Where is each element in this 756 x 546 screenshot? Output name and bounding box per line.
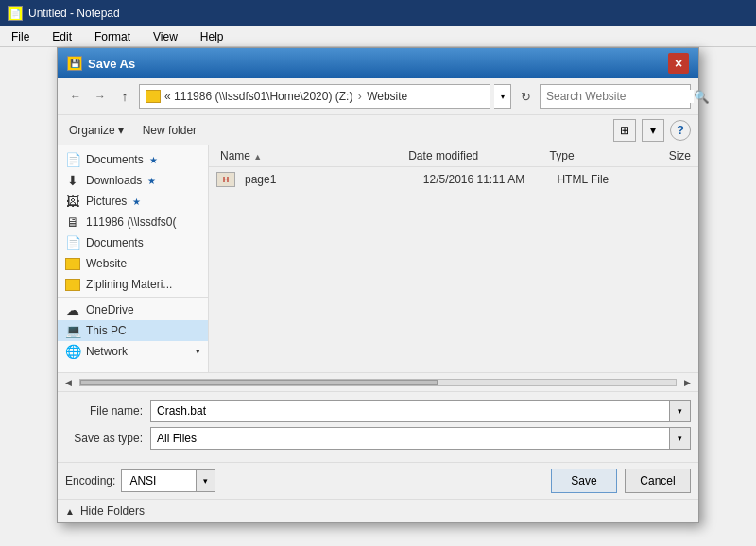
notepad-titlebar: 📄 Untitled - Notepad (0, 0, 756, 26)
forward-button[interactable]: → (90, 86, 111, 107)
dialog-title-icon: 💾 (67, 56, 82, 71)
menu-file[interactable]: File (8, 29, 33, 44)
website-folder-icon (65, 258, 80, 270)
nav-label-ziplining: Ziplining Materi... (86, 278, 172, 291)
dialog-actions: Encoding: ANSI ▾ Save Cancel (58, 462, 698, 499)
horizontal-scrollbar: ◀ ▶ (58, 372, 698, 391)
address-dropdown-button[interactable]: ▾ (494, 84, 511, 109)
menu-format[interactable]: Format (91, 29, 134, 44)
nav-label-website: Website (86, 257, 127, 270)
onedrive-icon: ☁ (65, 303, 80, 316)
network-icon: 🌐 (65, 345, 80, 358)
col-type[interactable]: Type (550, 149, 644, 162)
dialog-title-text: Save As (88, 57, 135, 71)
back-button[interactable]: ← (65, 86, 86, 107)
col-size[interactable]: Size (644, 149, 691, 162)
nav-item-network[interactable]: 🌐 Network ▾ (58, 341, 208, 362)
view-dropdown-button[interactable]: ▾ (642, 119, 664, 142)
folder-icon (146, 90, 161, 103)
notepad-icon: 📄 (8, 6, 23, 21)
hide-folders-row[interactable]: ▲ Hide Folders (58, 499, 698, 522)
path-separator-1: 111986 (\\lssdfs01\Home\2020) (Z:) (174, 90, 356, 103)
col-date[interactable]: Date modified (408, 149, 549, 162)
scroll-left-arrow[interactable]: ◀ (61, 378, 76, 387)
filename-input[interactable] (150, 400, 670, 422)
savetype-input[interactable] (150, 427, 670, 450)
dialog-close-button[interactable]: × (668, 53, 689, 74)
documents2-icon: 📄 (65, 236, 80, 249)
downloads-icon: ⬇ (65, 174, 80, 187)
cancel-button[interactable]: Cancel (625, 469, 691, 493)
scrollbar-thumb (80, 380, 438, 385)
col-name[interactable]: Name ▲ (216, 149, 408, 162)
nav-item-pictures[interactable]: 🖼 Pictures ★ (58, 191, 208, 212)
nav-item-website[interactable]: Website (58, 253, 208, 274)
new-folder-button[interactable]: New folder (139, 122, 200, 139)
search-box: 🔍 (540, 84, 691, 109)
notepad-title: Untitled - Notepad (28, 7, 120, 20)
organize-arrow: ▾ (118, 124, 124, 137)
nav-separator-1 (58, 297, 208, 298)
network-expand-arrow: ▾ (196, 347, 200, 356)
path-arrow: › (358, 90, 362, 103)
pin-icon-downloads: ★ (147, 176, 156, 186)
dialog-addressbar: ← → ↑ « 111986 (\\lssdfs01\Home\2020) (Z… (58, 78, 698, 115)
scroll-right-arrow[interactable]: ▶ (680, 378, 695, 387)
savetype-row: Save as type: ▾ (65, 427, 691, 450)
filename-row: File name: ▾ (65, 400, 691, 422)
search-input[interactable] (541, 90, 694, 103)
address-path-segments: « 111986 (\\lssdfs01\Home\2020) (Z:) › W… (164, 90, 407, 103)
organize-group: Organize ▾ (65, 122, 128, 139)
menu-view[interactable]: View (149, 29, 181, 44)
file-row-page1[interactable]: H page1 12/5/2016 11:11 AM HTML File (209, 167, 698, 192)
drive-icon: 🖥 (65, 215, 80, 229)
path-website: Website (367, 90, 407, 103)
nav-label-pictures: Pictures (86, 195, 127, 208)
menu-help[interactable]: Help (197, 29, 228, 44)
ziplining-folder-icon (65, 279, 80, 291)
documents-icon: 📄 (65, 153, 80, 166)
menu-edit[interactable]: Edit (48, 29, 76, 44)
address-path-box: « 111986 (\\lssdfs01\Home\2020) (Z:) › W… (139, 84, 490, 109)
view-toggle-button[interactable]: ⊞ (613, 119, 636, 142)
nav-label-drive: 111986 (\\lssdfs0( (86, 215, 176, 229)
savetype-dropdown-arrow[interactable]: ▾ (670, 427, 691, 450)
encoding-label: Encoding: (65, 474, 115, 487)
sort-arrow-name: ▲ (253, 152, 262, 162)
organize-button[interactable]: Organize ▾ (65, 122, 128, 139)
nav-label-documents2: Documents (86, 236, 144, 249)
encoding-area: Encoding: ANSI ▾ (65, 469, 215, 492)
nav-item-ziplining[interactable]: Ziplining Materi... (58, 274, 208, 295)
nav-item-thispc[interactable]: 💻 This PC (58, 320, 208, 341)
encoding-dropdown-button[interactable]: ▾ (197, 469, 215, 492)
nav-label-network: Network (86, 345, 128, 358)
refresh-button[interactable]: ↻ (515, 86, 536, 107)
pin-icon-documents: ★ (149, 155, 158, 165)
file-type-page1: HTML File (557, 173, 645, 186)
nav-item-drive[interactable]: 🖥 111986 (\\lssdfs0( (58, 212, 208, 232)
nav-sidebar: 📄 Documents ★ ⬇ Downloads ★ 🖼 Pictures ★… (58, 145, 209, 372)
pictures-icon: 🖼 (65, 195, 80, 208)
search-button[interactable]: 🔍 (694, 85, 710, 108)
help-button[interactable]: ? (670, 120, 691, 141)
chevron-icon: ▲ (65, 506, 75, 517)
file-list-header: Name ▲ Date modified Type Size (209, 145, 698, 167)
filename-dropdown-arrow[interactable]: ▾ (670, 400, 691, 422)
scrollbar-track[interactable] (79, 379, 677, 386)
nav-item-documents[interactable]: 📄 Documents ★ (58, 149, 208, 170)
savetype-label: Save as type: (65, 432, 150, 445)
nav-item-onedrive[interactable]: ☁ OneDrive (58, 299, 208, 320)
save-as-dialog: 💾 Save As × ← → ↑ « 111986 (\\lssdfs01\H… (57, 47, 699, 523)
nav-label-documents: Documents (86, 153, 144, 166)
up-button[interactable]: ↑ (114, 86, 135, 107)
notepad-menubar: File Edit Format View Help (0, 26, 756, 47)
organize-label: Organize (69, 124, 115, 137)
nav-item-downloads[interactable]: ⬇ Downloads ★ (58, 170, 208, 191)
dialog-bottom: File name: ▾ Save as type: ▾ (58, 391, 698, 462)
nav-label-thispc: This PC (86, 324, 127, 337)
save-button[interactable]: Save (551, 469, 617, 493)
nav-item-documents2[interactable]: 📄 Documents (58, 232, 208, 253)
new-folder-label: New folder (143, 124, 197, 137)
dialog-main: 📄 Documents ★ ⬇ Downloads ★ 🖼 Pictures ★… (58, 145, 698, 372)
nav-label-downloads: Downloads (86, 174, 142, 187)
